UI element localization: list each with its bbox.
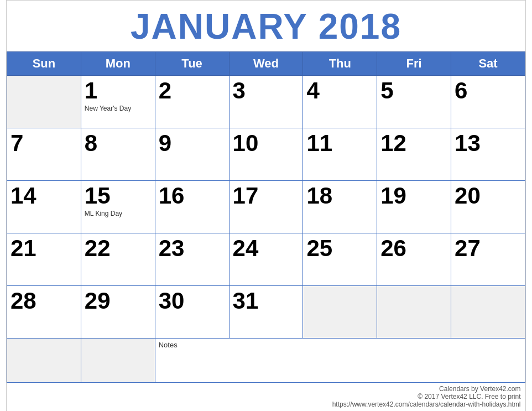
holiday-label: ML King Day [85,210,152,217]
day-cell [7,76,81,128]
day-cell: 27 [451,233,525,286]
day-number: 15 [85,183,152,209]
day-cell: 14 [7,181,81,233]
day-number: 20 [455,183,521,209]
day-number: 8 [85,131,152,156]
day-cell: 25 [303,233,377,286]
day-cell: 3 [229,76,303,128]
notes-cell: Notes [155,339,525,383]
day-number: 10 [233,131,300,156]
day-number: 14 [11,183,77,209]
day-cell: 15ML King Day [81,181,155,233]
day-cell: 9 [155,128,229,181]
footer-line2: © 2017 Vertex42 LLC. Free to print [418,393,520,400]
day-cell: 12 [377,128,451,181]
day-number: 13 [455,131,521,156]
day-cell: 7 [7,128,81,181]
day-number: 6 [455,78,521,103]
footer-line1: Calendars by Vertex42.com [439,385,520,393]
day-cell [303,286,377,339]
day-number: 7 [11,131,77,156]
week-row-1: 1New Year's Day23456 [7,76,525,128]
day-number: 30 [159,288,226,314]
holiday-label: New Year's Day [85,105,152,112]
day-number: 22 [85,236,152,261]
day-cell: 4 [303,76,377,128]
footer-line3: https://www.vertex42.com/calendars/calen… [332,400,521,408]
day-number: 9 [159,131,226,156]
notes-empty-2 [81,339,155,383]
day-cell: 6 [451,76,525,128]
day-cell: 2 [155,76,229,128]
day-cell: 8 [81,128,155,181]
day-cell: 13 [451,128,525,181]
day-number: 16 [159,183,226,209]
day-cell: 19 [377,181,451,233]
header-thu: Thu [303,52,377,76]
day-number: 17 [233,183,300,209]
day-number: 21 [11,236,77,261]
day-cell: 30 [155,286,229,339]
week-row-2: 78910111213 [7,128,525,181]
header-fri: Fri [377,52,451,76]
day-cell: 22 [81,233,155,286]
day-cell: 17 [229,181,303,233]
day-number: 12 [380,131,447,156]
day-number: 25 [306,236,373,261]
day-number: 28 [11,288,77,314]
header-row: Sun Mon Tue Wed Thu Fri Sat [7,52,525,76]
notes-label: Notes [159,341,178,349]
day-number: 18 [306,183,373,209]
day-cell: 1New Year's Day [81,76,155,128]
day-number: 19 [380,183,447,209]
day-cell [377,286,451,339]
day-cell: 11 [303,128,377,181]
notes-row: Notes [7,339,525,383]
day-number: 23 [159,236,226,261]
header-sun: Sun [7,52,81,76]
header-wed: Wed [229,52,303,76]
day-cell: 10 [229,128,303,181]
notes-empty-1 [7,339,81,383]
day-number: 31 [233,288,300,314]
day-cell: 28 [7,286,81,339]
day-number: 2 [159,78,226,103]
day-number: 3 [233,78,300,103]
day-cell: 29 [81,286,155,339]
day-cell: 23 [155,233,229,286]
day-number: 5 [380,78,447,103]
day-cell: 31 [229,286,303,339]
day-cell: 5 [377,76,451,128]
week-row-3: 1415ML King Day1617181920 [7,181,525,233]
header-mon: Mon [81,52,155,76]
day-cell: 20 [451,181,525,233]
day-cell: 18 [303,181,377,233]
calendar-title: JANUARY 2018 [7,1,525,51]
day-cell [451,286,525,339]
calendar-grid: Sun Mon Tue Wed Thu Fri Sat 1New Year's … [7,51,525,411]
day-number: 29 [85,288,152,314]
day-number: 4 [306,78,373,103]
day-number: 27 [455,236,521,261]
day-number: 11 [306,131,373,156]
footer-row: Calendars by Vertex42.com © 2017 Vertex4… [7,383,525,412]
day-cell: 24 [229,233,303,286]
week-row-4: 21222324252627 [7,233,525,286]
day-cell: 26 [377,233,451,286]
header-tue: Tue [155,52,229,76]
header-sat: Sat [451,52,525,76]
day-number: 24 [233,236,300,261]
day-cell: 21 [7,233,81,286]
day-cell: 16 [155,181,229,233]
footer-cell: Calendars by Vertex42.com © 2017 Vertex4… [7,383,525,412]
day-number: 1 [85,78,152,103]
day-number: 26 [380,236,447,261]
calendar-body: 1New Year's Day23456789101112131415ML Ki… [7,76,525,339]
calendar-container: JANUARY 2018 Sun Mon Tue Wed Thu Fri Sat… [6,0,526,411]
week-row-5: 28293031 [7,286,525,339]
